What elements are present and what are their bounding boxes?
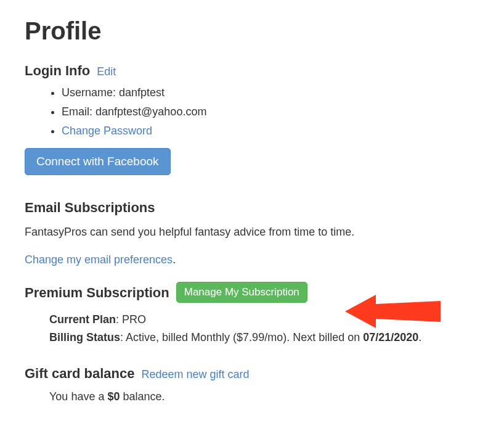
change-email-preferences-link[interactable]: Change my email preferences [25,253,173,266]
gift-balance-prefix: You have a [49,390,107,403]
login-info-list: Username: danfptest Email: danfptest@yah… [25,84,479,139]
premium-subscription-heading: Premium Subscription [25,285,169,300]
current-plan-label: Current Plan [49,313,116,326]
billing-status-value: Active, billed Monthly ($7.99/mo). Next … [126,331,363,343]
email-subscriptions-heading: Email Subscriptions [25,200,155,215]
billing-status-line: Billing Status: Active, billed Monthly (… [49,329,479,346]
redeem-gift-card-link[interactable]: Redeem new gift card [142,368,250,380]
change-password-link[interactable]: Change Password [62,125,152,137]
billing-date: 07/21/2020 [363,331,418,343]
email-value: danfptest@yahoo.com [96,105,206,118]
login-info-heading: Login Info [25,63,90,78]
email-subscriptions-body: FantasyPros can send you helpful fantasy… [25,224,479,240]
gift-balance-line: You have a $0 balance. [25,388,479,405]
billing-status-label: Billing Status [49,331,120,343]
sep: : [120,331,126,343]
gift-card-balance-heading: Gift card balance [25,366,135,381]
manage-subscription-button[interactable]: Manage My Subscription [176,282,307,303]
list-item: Email: danfptest@yahoo.com [62,104,479,120]
email-label: Email: [62,105,96,118]
list-item: Username: danfptest [62,84,479,101]
gift-balance-suffix: balance. [120,390,165,403]
current-plan-value: PRO [122,313,146,326]
page-title: Profile [25,12,479,49]
period: . [418,331,421,343]
username-value: danfptest [119,86,165,99]
sep: : [116,313,122,326]
list-item: Change Password [62,123,479,139]
edit-login-link[interactable]: Edit [97,65,116,78]
current-plan-line: Current Plan: PRO [49,311,479,328]
username-label: Username: [62,86,119,99]
gift-balance-amount: $0 [107,390,120,403]
period: . [173,253,176,266]
connect-facebook-button[interactable]: Connect with Facebook [25,148,171,175]
